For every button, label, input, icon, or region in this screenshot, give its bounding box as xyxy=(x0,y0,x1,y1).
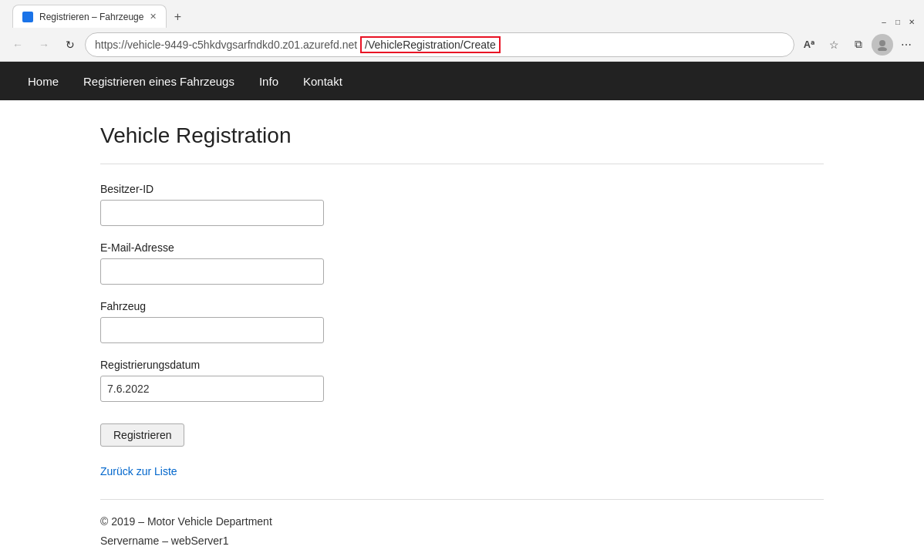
page-content: Home Registrieren eines Fahrzeugs Info K… xyxy=(0,62,924,560)
fahrzeug-group: Fahrzeug xyxy=(100,300,824,343)
collections-button[interactable]: ⧉ xyxy=(847,33,870,56)
toolbar-actions: Aᵃ ☆ ⧉ ⋯ xyxy=(798,33,918,56)
favorites-button[interactable]: ☆ xyxy=(822,33,845,56)
form-area: Vehicle Registration Besitzer-ID E-Mail-… xyxy=(0,100,924,560)
back-link[interactable]: Zurück zur Liste xyxy=(100,465,824,477)
svg-rect-0 xyxy=(24,13,32,21)
back-button[interactable]: ← xyxy=(6,33,29,56)
besitzer-id-group: Besitzer-ID xyxy=(100,183,824,226)
fahrzeug-input[interactable] xyxy=(100,317,324,343)
bottom-divider xyxy=(100,499,824,500)
new-tab-button[interactable]: + xyxy=(167,6,188,28)
more-options-button[interactable]: ⋯ xyxy=(895,33,918,56)
tab-bar: Registrieren – Fahrzeuge ✕ + – □ ✕ xyxy=(0,0,924,28)
datum-group: Registrierungsdatum xyxy=(100,359,824,402)
refresh-button[interactable]: ↻ xyxy=(59,33,82,56)
email-group: E-Mail-Adresse xyxy=(100,241,824,285)
nav-info[interactable]: Info xyxy=(247,62,291,100)
tab-label: Registrieren – Fahrzeuge xyxy=(39,12,143,22)
forward-button[interactable]: → xyxy=(32,33,56,56)
browser-tab[interactable]: Registrieren – Fahrzeuge ✕ xyxy=(12,5,167,28)
maximize-button[interactable]: □ xyxy=(892,15,904,28)
site-nav: Home Registrieren eines Fahrzeugs Info K… xyxy=(0,62,924,100)
top-divider xyxy=(100,164,824,164)
url-highlighted-part: /VehicleRegistration/Create xyxy=(360,36,501,53)
nav-kontakt[interactable]: Kontakt xyxy=(291,62,355,100)
datum-label: Registrierungsdatum xyxy=(100,359,824,371)
page-title: Vehicle Registration xyxy=(100,123,824,148)
tab-favicon xyxy=(22,12,33,22)
read-aloud-button[interactable]: Aᵃ xyxy=(798,33,821,56)
svg-point-1 xyxy=(879,40,885,46)
email-label: E-Mail-Adresse xyxy=(100,241,824,254)
besitzer-id-input[interactable] xyxy=(100,200,324,226)
browser-toolbar: ← → ↻ https://vehicle-9449-c5hkdvgsarfnd… xyxy=(0,28,924,62)
nav-home[interactable]: Home xyxy=(15,62,71,100)
minimize-button[interactable]: – xyxy=(878,15,890,28)
footer-line1: © 2019 – Motor Vehicle Department xyxy=(100,512,824,531)
datum-input[interactable] xyxy=(100,376,324,402)
fahrzeug-label: Fahrzeug xyxy=(100,300,824,312)
address-bar[interactable]: https://vehicle-9449-c5hkdvgsarfndkd0.z0… xyxy=(85,32,794,57)
footer-line2: Servername – webServer1 xyxy=(100,531,824,551)
browser-frame: Registrieren – Fahrzeuge ✕ + – □ ✕ ← → ↻… xyxy=(0,0,924,560)
besitzer-id-label: Besitzer-ID xyxy=(100,183,824,195)
url-normal-part: https://vehicle-9449-c5hkdvgsarfndkd0.z0… xyxy=(95,39,357,51)
submit-button[interactable]: Registrieren xyxy=(100,423,184,447)
nav-register-vehicle[interactable]: Registrieren eines Fahrzeugs xyxy=(71,62,247,100)
account-avatar[interactable] xyxy=(872,34,893,56)
footer: © 2019 – Motor Vehicle Department Server… xyxy=(100,512,824,551)
close-window-button[interactable]: ✕ xyxy=(905,15,918,28)
svg-point-2 xyxy=(878,47,887,51)
email-input[interactable] xyxy=(100,258,324,285)
tab-close-button[interactable]: ✕ xyxy=(150,12,157,22)
